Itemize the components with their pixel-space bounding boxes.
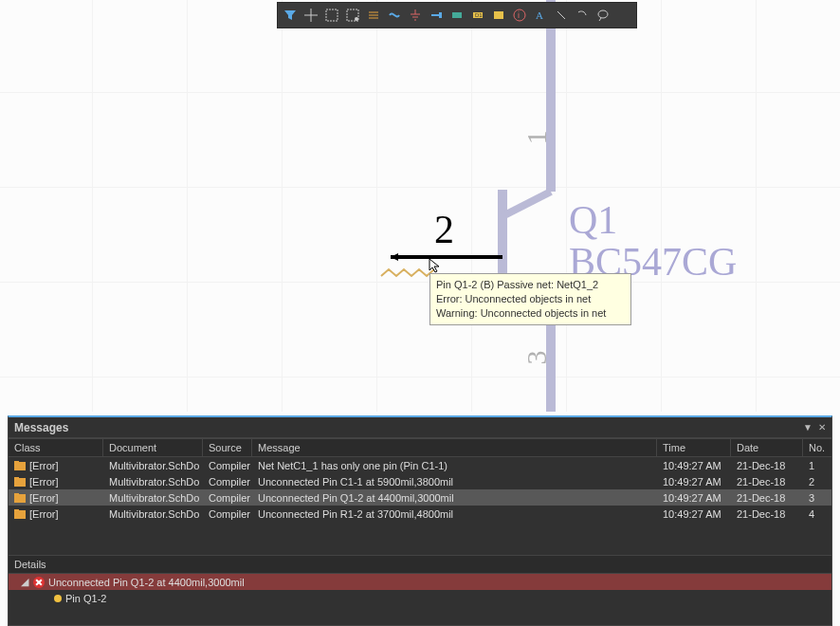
row-date: 21-Dec-18 <box>731 508 803 520</box>
col-source[interactable]: Source <box>203 439 252 456</box>
lasso-icon[interactable] <box>594 7 612 24</box>
row-document: Multivibrator.SchDo <box>103 476 203 488</box>
connector-icon[interactable] <box>365 7 382 24</box>
row-no: 4 <box>803 508 831 520</box>
filter-icon[interactable] <box>282 7 299 24</box>
svg-point-30 <box>598 10 608 18</box>
panel-footer-space <box>9 606 831 625</box>
row-date: 21-Dec-18 <box>731 476 803 488</box>
svg-text:D1: D1 <box>475 12 483 18</box>
svg-rect-36 <box>14 493 19 496</box>
panel-close-icon[interactable]: ✕ <box>818 422 826 433</box>
error-icon <box>33 577 45 588</box>
messages-panel: Messages ▼ ✕ Class Document Source Messa… <box>8 415 832 626</box>
pin-label-3: 3 <box>520 351 553 365</box>
details-tree: ◢ Unconnected Pin Q1-2 at 4400mil,3000mi… <box>9 574 831 606</box>
row-time: 10:49:27 AM <box>657 508 731 520</box>
details-root-text: Unconnected Pin Q1-2 at 4400mil,3000mil <box>48 577 245 588</box>
row-document: Multivibrator.SchDo <box>103 508 203 520</box>
schematic-drawing <box>0 0 840 412</box>
details-child-text: Pin Q1-2 <box>65 593 106 604</box>
info-icon[interactable]: i <box>511 7 528 24</box>
svg-text:i: i <box>518 10 520 20</box>
row-no: 3 <box>803 492 831 504</box>
svg-rect-21 <box>439 12 442 18</box>
bus-icon[interactable] <box>386 7 403 24</box>
pin-tooltip: Pin Q1-2 (B) Passive net: NetQ1_2 Error:… <box>429 273 631 325</box>
collapse-icon[interactable]: ◢ <box>20 576 29 588</box>
row-class: [Error] <box>29 460 59 471</box>
schematic-toolbar: D1 i A <box>277 2 637 28</box>
row-date: 21-Dec-18 <box>731 460 803 471</box>
messages-rows: [Error]Multivibrator.SchDoCompilerNet Ne… <box>9 457 831 522</box>
table-row[interactable]: [Error]Multivibrator.SchDoCompilerNet Ne… <box>9 457 831 473</box>
messages-empty-area <box>9 522 831 555</box>
tooltip-line-1: Pin Q1-2 (B) Passive net: NetQ1_2 <box>436 278 625 292</box>
pin-icon <box>54 595 62 602</box>
tooltip-line-3: Warning: Unconnected objects in net <box>436 306 625 321</box>
row-message: Unconnected Pin C1-1 at 5900mil,3800mil <box>252 476 657 488</box>
ground-icon[interactable] <box>407 7 424 24</box>
row-message: Net NetC1_1 has only one pin (Pin C1-1) <box>252 460 657 471</box>
table-row[interactable]: [Error]Multivibrator.SchDoCompilerUnconn… <box>9 506 831 522</box>
undo-icon[interactable] <box>553 7 570 24</box>
row-document: Multivibrator.SchDo <box>103 460 203 471</box>
row-class: [Error] <box>29 508 59 520</box>
row-source: Compiler <box>203 508 252 520</box>
svg-rect-25 <box>494 11 503 19</box>
select-lasso-icon[interactable] <box>344 7 361 24</box>
row-source: Compiler <box>203 460 252 471</box>
cursor-icon <box>429 258 444 273</box>
error-folder-icon <box>14 508 26 520</box>
crosshair-icon[interactable] <box>302 7 320 24</box>
component-ref: Q1 <box>569 197 617 243</box>
table-row[interactable]: [Error]Multivibrator.SchDoCompilerUnconn… <box>9 489 831 506</box>
part-icon[interactable] <box>448 7 466 24</box>
messages-panel-title: Messages <box>14 421 68 434</box>
row-class: [Error] <box>29 476 59 488</box>
error-folder-icon <box>14 460 26 471</box>
row-message: Unconnected Pin R1-2 at 3700mil,4800mil <box>252 508 657 520</box>
panel-dropdown-icon[interactable]: ▼ <box>803 422 813 433</box>
redo-icon[interactable] <box>574 7 591 24</box>
row-time: 10:49:27 AM <box>657 492 731 504</box>
schematic-canvas[interactable]: 2 1 3 Q1 BC547CG Pin Q1-2 (B) Passive ne… <box>0 0 840 412</box>
details-header: Details <box>9 555 831 574</box>
col-document[interactable]: Document <box>103 439 203 456</box>
svg-point-12 <box>355 17 358 21</box>
svg-rect-32 <box>14 461 19 464</box>
col-time[interactable]: Time <box>657 439 731 456</box>
pin-label-2: 2 <box>434 207 454 252</box>
col-message[interactable]: Message <box>252 439 657 456</box>
svg-rect-38 <box>14 509 19 512</box>
terminal-icon[interactable] <box>428 7 445 24</box>
messages-panel-header[interactable]: Messages ▼ ✕ <box>9 417 831 438</box>
col-no[interactable]: No. <box>803 439 831 456</box>
error-folder-icon <box>14 476 26 488</box>
row-no: 1 <box>803 460 831 471</box>
text-label-icon[interactable] <box>490 7 507 24</box>
annotate-icon[interactable]: A <box>532 7 549 24</box>
svg-line-29 <box>557 11 565 19</box>
row-time: 10:49:27 AM <box>657 476 731 488</box>
svg-text:A: A <box>536 9 543 21</box>
col-class[interactable]: Class <box>9 439 103 456</box>
svg-rect-22 <box>452 12 462 18</box>
row-date: 21-Dec-18 <box>731 492 803 504</box>
details-root-row[interactable]: ◢ Unconnected Pin Q1-2 at 4400mil,3000mi… <box>9 574 831 590</box>
row-source: Compiler <box>203 476 252 488</box>
col-date[interactable]: Date <box>731 439 803 456</box>
error-folder-icon <box>14 492 26 504</box>
svg-point-26 <box>514 9 525 21</box>
messages-column-header: Class Document Source Message Time Date … <box>9 438 831 457</box>
details-child-row[interactable]: Pin Q1-2 <box>9 590 831 606</box>
diode-icon[interactable]: D1 <box>469 7 486 24</box>
row-no: 2 <box>803 476 831 488</box>
select-rect-icon[interactable] <box>323 7 340 24</box>
row-source: Compiler <box>203 492 252 504</box>
tooltip-line-2: Error: Unconnected objects in net <box>436 292 625 306</box>
svg-rect-10 <box>326 9 338 21</box>
row-time: 10:49:27 AM <box>657 460 731 471</box>
table-row[interactable]: [Error]Multivibrator.SchDoCompilerUnconn… <box>9 473 831 489</box>
pin-label-1: 1 <box>520 131 553 145</box>
